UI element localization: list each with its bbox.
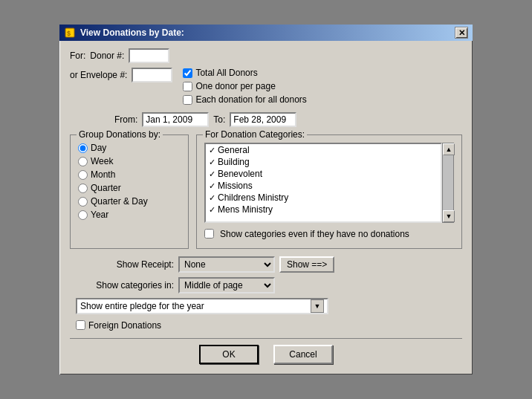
cat-mens-ministry: Mens Ministry: [218, 204, 273, 215]
show-categories-in-select[interactable]: Middle of page Top of page Bottom of pag…: [178, 277, 275, 293]
radio-week-label: Week: [91, 156, 113, 166]
foreign-donations-checkbox[interactable]: [76, 320, 85, 330]
radio-quarter-day-input[interactable]: [78, 197, 88, 207]
from-to-row: From: To:: [70, 112, 462, 127]
check-missions: ✓: [209, 181, 215, 191]
cat-childrens-ministry: Childrens Ministry: [218, 192, 288, 203]
check-building: ✓: [209, 158, 215, 167]
each-donation-checkbox[interactable]: [183, 95, 192, 105]
show-categories-checkbox[interactable]: [204, 229, 214, 239]
close-button[interactable]: ✕: [455, 27, 468, 39]
total-all-donors-label: Total All Donors: [195, 68, 257, 78]
categories-scrollbar[interactable]: ▲ ▼: [442, 143, 454, 223]
group-by-legend: Group Donations by:: [77, 129, 163, 140]
radio-quarter-day-label: Quarter & Day: [91, 196, 148, 207]
from-label: From:: [114, 114, 137, 125]
pledge-dropdown[interactable]: Show entire pledge for the year ▼: [76, 298, 328, 314]
show-categories-in-label: Show categories in:: [70, 280, 174, 291]
check-childrens: ✓: [209, 193, 215, 203]
title-bar-left: $ View Donations by Date:: [64, 27, 184, 39]
total-all-donors-checkbox[interactable]: [183, 68, 192, 78]
radio-week: Week: [78, 156, 181, 166]
show-receipt-row: Show Receipt: None Full Summary Show ==>: [70, 256, 462, 273]
pledge-dropdown-value: Show entire pledge for the year: [80, 301, 204, 311]
foreign-row: Foreign Donations: [76, 320, 462, 331]
one-donor-per-page-label: One donor per page: [195, 81, 275, 91]
title-bar: $ View Donations by Date: ✕: [59, 25, 473, 41]
one-donor-per-page-checkbox[interactable]: [183, 82, 192, 91]
options-col: Total All Donors One donor per page Each…: [183, 68, 306, 105]
radio-month: Month: [78, 169, 181, 180]
radio-quarter-day: Quarter & Day: [78, 196, 181, 207]
group-box: Group Donations by: Day Week Month: [70, 134, 189, 249]
envelope-inputs: or Envelope #:: [70, 68, 172, 82]
separator: [70, 338, 462, 339]
radio-quarter-input[interactable]: [78, 184, 88, 193]
envelope-label: or Envelope #:: [70, 70, 127, 80]
radio-day-input[interactable]: [78, 143, 88, 153]
list-item: ✓ Childrens Ministry: [206, 192, 441, 204]
show-categories-row: Show categories even if they have no don…: [204, 229, 454, 241]
radio-quarter: Quarter: [78, 183, 181, 193]
show-categories-label: Show categories even if they have no don…: [220, 229, 409, 241]
foreign-donations-label: Foreign Donations: [88, 320, 161, 331]
from-date-input[interactable]: [142, 112, 209, 127]
scroll-down-btn[interactable]: ▼: [443, 210, 455, 222]
dialog-icon: $: [64, 27, 76, 39]
dialog-title: View Donations by Date:: [80, 27, 184, 38]
listbox-container: ✓ General ✓ Building ✓ Benevolent: [204, 143, 454, 223]
cat-missions: Missions: [218, 181, 253, 191]
for-label: For:: [70, 51, 85, 61]
cat-building: Building: [218, 157, 250, 167]
ok-button[interactable]: OK: [199, 345, 259, 364]
radio-week-input[interactable]: [78, 157, 88, 166]
show-receipt-select[interactable]: None Full Summary: [178, 256, 275, 273]
category-box: For Donation Categories: ✓ General ✓ Bui…: [196, 134, 462, 249]
view-donations-dialog: $ View Donations by Date: ✕ For: Donor #…: [58, 23, 474, 376]
each-donation-row: Each donation for all donors: [183, 94, 306, 105]
buttons-row: OK Cancel: [70, 345, 462, 364]
scroll-track: [443, 155, 453, 210]
show-button[interactable]: Show ==>: [279, 256, 334, 273]
to-date-input[interactable]: [230, 112, 296, 127]
list-item: ✓ Building: [206, 156, 441, 168]
each-donation-label: Each donation for all donors: [195, 94, 306, 105]
categories-listbox[interactable]: ✓ General ✓ Building ✓ Benevolent: [204, 143, 442, 223]
show-receipt-label: Show Receipt:: [70, 259, 174, 270]
check-general: ✓: [209, 146, 215, 155]
pledge-dropdown-arrow[interactable]: ▼: [311, 299, 324, 313]
radio-quarter-label: Quarter: [91, 183, 121, 193]
radio-month-input[interactable]: [78, 170, 88, 180]
radio-month-label: Month: [91, 169, 115, 180]
cat-benevolent: Benevolent: [218, 169, 262, 179]
donor-input[interactable]: [129, 48, 169, 63]
radio-year-label: Year: [91, 210, 108, 220]
envelope-row: or Envelope #: Total All Donors One dono…: [70, 68, 462, 105]
radio-year-input[interactable]: [78, 210, 88, 220]
show-categories-in-row: Show categories in: Middle of page Top o…: [70, 277, 462, 293]
list-item: ✓ General: [206, 144, 441, 156]
envelope-input[interactable]: [132, 68, 172, 82]
dialog-body: For: Donor #: or Envelope #: Total All D…: [59, 41, 473, 374]
radio-year: Year: [78, 210, 181, 220]
list-item: ✓ Mens Ministry: [206, 204, 441, 215]
for-row: For: Donor #:: [70, 48, 462, 63]
total-all-donors-row: Total All Donors: [183, 68, 306, 78]
list-item: ✓ Benevolent: [206, 168, 441, 180]
group-section: Group Donations by: Day Week Month: [70, 134, 462, 249]
category-legend: For Donation Categories:: [203, 129, 307, 140]
one-donor-per-page-row: One donor per page: [183, 81, 306, 91]
bottom-controls: Show Receipt: None Full Summary Show ==>…: [70, 256, 462, 331]
to-label: To:: [213, 114, 225, 125]
list-item: ✓ Missions: [206, 180, 441, 192]
svg-text:$: $: [67, 30, 71, 37]
radio-group: Day Week Month Quarter: [78, 143, 181, 220]
pledge-dropdown-row: Show entire pledge for the year ▼: [76, 298, 462, 314]
scroll-up-btn[interactable]: ▲: [443, 143, 455, 155]
donor-label: Donor #:: [90, 51, 124, 61]
check-mens: ✓: [209, 205, 215, 215]
cancel-button[interactable]: Cancel: [273, 345, 333, 364]
radio-day-label: Day: [91, 143, 106, 153]
radio-day: Day: [78, 143, 181, 153]
cat-general: General: [218, 145, 250, 155]
